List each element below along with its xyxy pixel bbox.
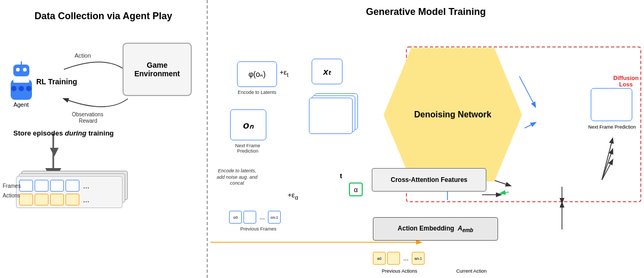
robot-body (11, 80, 32, 100)
robot-head (13, 65, 29, 76)
denoising-network: Denoising Network (384, 48, 522, 181)
o0-cell: o0 (229, 211, 242, 224)
next-frame-label: Next Frame Prediction (226, 143, 269, 154)
robot-eye-right (23, 68, 27, 72)
next-frame-prediction-label: Next Frame Prediction (585, 124, 639, 130)
right-section: Generative Model Training Denoising Netw… (208, 0, 644, 278)
next-frame-prediction-box (591, 88, 632, 121)
diffusion-loss-label: DiffusionLoss (613, 75, 639, 88)
denoising-label: Denoising Network (398, 110, 508, 120)
frames-stack: ... ... Frames Actions (16, 171, 138, 213)
robot-eye-left (16, 68, 20, 72)
main-diagram: Action Observations Reward (0, 0, 644, 278)
eps-a-label: +εα (288, 191, 298, 201)
xt-label: xₜ (323, 66, 331, 77)
on-box: oₙ (230, 109, 266, 140)
game-env-label: Game Environment (134, 61, 180, 78)
ellipsis-actions: ... (402, 255, 410, 262)
right-title: Generative Model Training (208, 6, 644, 18)
prev-actions-row: a0 ... an-1 (373, 252, 425, 265)
store-episodes-label: Store episodes during training (13, 129, 114, 137)
encode-latents-label2: Encode to latents, add noise aug. and co… (216, 168, 258, 187)
left-section: Data Collection via Agent Play Agent RL … (0, 0, 208, 278)
down-arrow-icon: ▼ (47, 143, 62, 160)
action-embedding-box: Action Embedding Aemb (373, 217, 498, 241)
a1-cell (387, 252, 400, 265)
ellipsis-prev: ... (258, 213, 266, 221)
cross-attention-box: Cross-Attention Features (372, 168, 486, 192)
t-label: t (340, 172, 342, 180)
prev-actions-label: Previous Actions (373, 268, 426, 274)
a0-cell: a0 (373, 252, 386, 265)
on-label: oₙ (243, 119, 254, 131)
alpha-box: α (349, 182, 363, 196)
alpha-label: α (354, 186, 358, 194)
phi-on-box: φ(oₙ) (237, 61, 277, 87)
an1-cell: an-1 (412, 252, 425, 265)
xt-box: xₜ (312, 59, 343, 84)
agent-area: Agent (6, 61, 36, 108)
cross-attn-label: Cross-Attention Features (390, 176, 467, 184)
action-emb-label: Action Embedding Aemb (398, 225, 474, 233)
rl-training-label: RL Training (36, 77, 77, 86)
current-action-label: Current Action (450, 268, 493, 274)
game-environment-box: Game Environment (123, 43, 192, 96)
phi-label: φ(oₙ) (248, 70, 265, 78)
actions-label: Actions (3, 191, 21, 201)
encode-latents-label: Encode to Latents (234, 90, 280, 96)
left-title: Data Collection via Agent Play (5, 11, 201, 22)
eps-t-label: +εt (280, 68, 288, 78)
on1-cell: on-1 (268, 211, 281, 224)
prev-frames-label: Previous Frames (229, 226, 288, 232)
frames-label: Frames (3, 181, 21, 191)
frame-cell-2 (243, 211, 256, 224)
prev-frames-row: o0 ... on-1 (229, 211, 281, 224)
stacked-frames-right (309, 93, 362, 136)
agent-label: Agent (6, 101, 36, 108)
